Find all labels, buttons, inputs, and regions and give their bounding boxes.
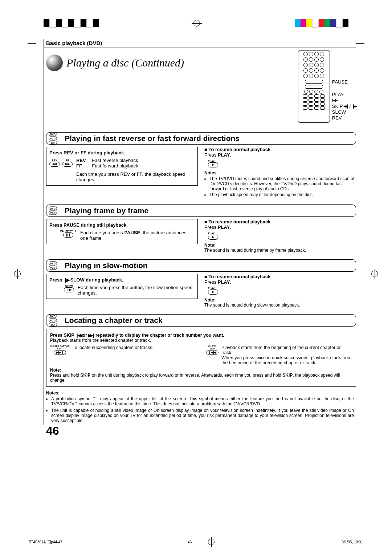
- note-item: The TV/DVD mutes sound and subtitles dur…: [209, 176, 356, 191]
- note-item: The unit is capable of holding a still v…: [51, 408, 354, 423]
- slash: /: [349, 104, 351, 109]
- page-title: Playing a disc (Continued): [66, 57, 184, 69]
- section-heading-slow: DVDVCD Playing in slow-motion: [46, 259, 356, 272]
- instruction: Press SKIP ❙◀◀ or ▶▶❙ repeatedly to disp…: [50, 333, 352, 338]
- crop-mark-icon: [356, 35, 364, 44]
- notes-heading: Note:: [204, 297, 216, 303]
- slow-icon: ❙▶: [64, 278, 69, 283]
- sphere-icon: [46, 54, 63, 71]
- note-item: The sound is muted during frame by frame…: [204, 248, 356, 253]
- skip-fwd-button-icon: CLOSED CAPTIONSKIP ▶▶❙: [50, 345, 70, 355]
- registration-mark-icon: [12, 269, 23, 279]
- skip-fwd-icon: ❙▸▸: [352, 104, 356, 109]
- resume-heading: To resume normal playback: [204, 147, 270, 152]
- section-heading-frame: DVDVCD Playing frame by frame: [46, 204, 356, 217]
- instruction-sub: Playback starts from the selected chapte…: [50, 338, 352, 343]
- resume-heading: To resume normal playback: [204, 274, 270, 279]
- play-button-icon: PLAY▶: [208, 160, 218, 167]
- play-button-icon: PLAY▶: [208, 287, 218, 295]
- resume-heading: To resume normal playback: [204, 219, 270, 224]
- page-number: 46: [46, 424, 59, 438]
- section-header: Basic playback (DVD): [44, 39, 356, 48]
- crop-mark-icon: [28, 35, 36, 44]
- print-footer: 5T40301A [E]p44-47 46 3/1/05, 10:31: [29, 537, 363, 547]
- notes-heading: Note:: [50, 368, 61, 373]
- slow-desc: Each time you press the button, the slow…: [78, 285, 195, 296]
- bw-swatch-left: [44, 19, 99, 28]
- skip-fwd-desc: To locate succeeding chapters or tracks.: [73, 345, 154, 350]
- note-item: Press and hold SKIP on the unit during p…: [50, 373, 352, 383]
- note-item: The playback speed may differ depending …: [209, 192, 356, 197]
- skip-rev-desc2: When you press twice in quick succession…: [221, 355, 352, 365]
- note-item: The sound is muted during slow-motion pl…: [204, 303, 356, 308]
- remote-label-slow: SLOW: [332, 109, 356, 115]
- notes-heading: Note:: [204, 243, 216, 248]
- section-heading-fastscan: DVDVCDCD Playing in fast reverse or fast…: [46, 132, 356, 145]
- remote-label-skip: SKIP: [332, 104, 343, 109]
- remote-label-ff: FF: [332, 98, 356, 103]
- instruction: Press REV or FF during playback.: [49, 150, 195, 155]
- section-heading-locate: DVDVCDCD Locating a chapter or track: [46, 314, 356, 327]
- skip-rev-desc: Playback starts from the beginning of th…: [221, 345, 352, 355]
- notes-heading: Notes:: [46, 390, 60, 396]
- ff-button-icon: FF▶▶: [62, 159, 73, 167]
- instruction: Press ❙▶ SLOW during playback.: [49, 277, 195, 283]
- note-item: A prohibition symbol " " may appear at t…: [51, 396, 354, 406]
- remote-label-pause: PAUSE: [332, 79, 356, 85]
- slow-button-icon: SLOW❙▶: [64, 285, 74, 292]
- disc-badges: DVDVCDCD: [49, 132, 57, 145]
- print-date: 3/1/05, 10:31: [342, 540, 363, 544]
- speed-note: Each time you press REV or FF, the playb…: [76, 171, 195, 182]
- print-file: 5T40301A [E]p44-47: [29, 540, 62, 544]
- registration-mark-icon: [206, 537, 216, 547]
- skip-back-icon: ❙◀◀: [75, 333, 81, 337]
- print-page: 46: [188, 540, 192, 544]
- registration-mark-icon: [192, 18, 202, 28]
- ff-desc: Fast forward playback: [92, 163, 138, 169]
- notes-heading: Notes:: [204, 170, 218, 175]
- rev-button-icon: REV◀◀: [49, 159, 60, 167]
- remote-label-rev: REV: [332, 115, 356, 121]
- registration-top: [44, 18, 348, 28]
- skip-fwd-icon: ▶▶❙: [88, 333, 94, 337]
- registration-mark-icon: [369, 269, 380, 279]
- play-button-icon: PLAY▶: [208, 232, 218, 240]
- remote-label-play: PLAY: [332, 92, 356, 97]
- remote-illustration: PAUSE PLAY FF SKIP ◂◂❙ / ❙▸▸ SLOW REV: [298, 50, 356, 123]
- skip-back-icon: ◂◂❙: [344, 104, 348, 109]
- instruction: Press PAUSE during still playback.: [49, 222, 195, 228]
- skip-rev-button-icon: CH RTNSKIP ❙◀◀: [206, 345, 219, 355]
- rev-desc: Fast reverse playback: [92, 158, 138, 163]
- color-swatch-right: [295, 19, 348, 28]
- pause-button-icon: PAUSE/STILL❚❚: [60, 230, 77, 238]
